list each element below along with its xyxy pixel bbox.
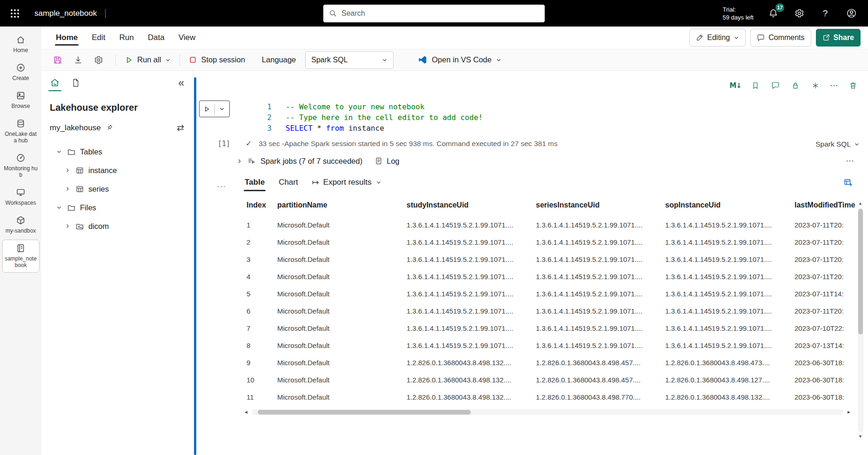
- delete-cell-button[interactable]: [848, 80, 859, 91]
- app-launcher-button[interactable]: [7, 5, 23, 22]
- horizontal-scrollbar[interactable]: ◄ ►: [243, 408, 852, 416]
- chevron-collapsed-icon[interactable]: [64, 167, 71, 173]
- column-header[interactable]: partitionName: [277, 194, 407, 216]
- vertical-scroll-thumb[interactable]: [858, 209, 863, 335]
- table-row[interactable]: 8Microsoft.Default1.3.6.1.4.1.14519.5.2.…: [243, 337, 868, 354]
- code-line[interactable]: 2-- Type here in the cell editor to add …: [259, 112, 868, 123]
- column-header[interactable]: Index: [243, 194, 277, 216]
- share-button[interactable]: Share: [816, 29, 861, 47]
- cell-more-options-button[interactable]: ⋯: [830, 80, 839, 91]
- cell-language-selector[interactable]: Spark SQL: [815, 140, 860, 148]
- save-as-table-button[interactable]: [843, 178, 853, 187]
- search-input[interactable]: [341, 9, 539, 18]
- language-dropdown[interactable]: Spark SQL: [305, 51, 394, 69]
- freeze-cell-button[interactable]: [810, 80, 821, 91]
- tree-node-dicom[interactable]: dicom: [41, 217, 193, 235]
- output-tab-chart[interactable]: Chart: [279, 171, 298, 194]
- run-cell-button[interactable]: [199, 100, 230, 117]
- table-row[interactable]: 5Microsoft.Default1.3.6.1.4.1.14519.5.2.…: [243, 285, 868, 302]
- horizontal-scroll-track[interactable]: [252, 409, 843, 415]
- notifications-button[interactable]: 17: [767, 7, 780, 20]
- rail-item-browse[interactable]: Browse: [2, 87, 40, 114]
- lock-cell-button[interactable]: [790, 80, 801, 91]
- scroll-down-arrow[interactable]: ▼: [858, 434, 862, 439]
- code-line[interactable]: 3SELECT * from instance: [259, 123, 868, 134]
- export-notebook-button[interactable]: [70, 52, 86, 68]
- table-row[interactable]: 10Microsoft.Default1.2.826.0.1.3680043.8…: [243, 371, 868, 388]
- chevron-expanded-icon[interactable]: [55, 149, 63, 154]
- tree-node-files[interactable]: Files: [41, 198, 193, 217]
- table-row[interactable]: 4Microsoft.Default1.3.6.1.4.1.14519.5.2.…: [243, 268, 868, 285]
- vertical-scroll-track[interactable]: [858, 207, 863, 432]
- rail-item-home[interactable]: Home: [2, 31, 40, 58]
- open-in-vscode-button[interactable]: Open in VS Code: [418, 55, 501, 65]
- notebook-cell: M↓: [194, 77, 868, 455]
- menu-tab-run[interactable]: Run: [113, 27, 141, 49]
- vertical-scrollbar[interactable]: ▲ ▼: [857, 201, 864, 439]
- pin-icon[interactable]: [106, 124, 113, 132]
- rail-item-sample-notebook[interactable]: sample_notebook: [2, 240, 40, 273]
- spark-jobs-toggle[interactable]: Spark jobs (7 of 7 succeeded): [236, 157, 362, 166]
- table-row[interactable]: 1Microsoft.Default1.3.6.1.4.1.14519.5.2.…: [243, 216, 868, 234]
- scroll-left-arrow[interactable]: ◄: [243, 409, 249, 415]
- global-search[interactable]: [323, 5, 545, 22]
- rail-item-my-sandbox[interactable]: my-sandbox: [2, 212, 40, 238]
- run-cell-options[interactable]: [215, 101, 230, 117]
- rail-item-monitoring-hub[interactable]: Monitoring hub: [2, 149, 40, 182]
- help-button[interactable]: ?: [819, 7, 832, 20]
- menu-tab-home[interactable]: Home: [49, 27, 85, 49]
- table-row[interactable]: 9Microsoft.Default1.2.826.0.1.3680043.8.…: [243, 354, 868, 371]
- table-cell: 7: [243, 320, 277, 337]
- rail-item-create[interactable]: Create: [2, 59, 40, 86]
- log-button[interactable]: Log: [374, 157, 400, 166]
- column-header[interactable]: studyInstanceUid: [407, 194, 536, 216]
- table-cell: 1.3.6.1.4.1.14519.5.2.1.99.1071....: [665, 216, 795, 234]
- explorer-tab-lakehouse[interactable]: [50, 71, 60, 95]
- table-cell: Microsoft.Default: [277, 354, 407, 371]
- chevron-collapsed-icon[interactable]: [64, 223, 71, 229]
- convert-to-markdown-button[interactable]: M↓: [730, 80, 741, 91]
- code-editor[interactable]: 1-- Welcome to your new notebook2-- Type…: [259, 101, 868, 134]
- scroll-up-arrow[interactable]: ▲: [858, 201, 862, 206]
- table-row[interactable]: 6Microsoft.Default1.3.6.1.4.1.14519.5.2.…: [243, 302, 868, 320]
- tree-node-instance[interactable]: instance: [41, 161, 193, 180]
- lakehouse-item[interactable]: my_lakehouse ⇄: [41, 114, 193, 137]
- table-row[interactable]: 3Microsoft.Default1.3.6.1.4.1.14519.5.2.…: [243, 251, 868, 268]
- save-button[interactable]: [50, 52, 66, 68]
- column-header[interactable]: sopInstanceUid: [665, 194, 795, 216]
- rail-item-workspaces[interactable]: Workspaces: [2, 184, 40, 210]
- stop-session-button[interactable]: Stop session: [189, 55, 245, 64]
- output-more-options-button[interactable]: ⋯: [846, 156, 868, 166]
- code-line[interactable]: 1-- Welcome to your new notebook: [259, 101, 868, 112]
- editing-mode-button[interactable]: Editing: [689, 29, 746, 47]
- export-results-button[interactable]: ↦ Export results: [312, 177, 381, 187]
- switch-lakehouse-icon[interactable]: ⇄: [177, 122, 184, 133]
- run-all-button[interactable]: Run all: [125, 55, 171, 64]
- notebook-title[interactable]: sample_notebook: [34, 9, 97, 18]
- table-row[interactable]: 7Microsoft.Default1.3.6.1.4.1.14519.5.2.…: [243, 320, 868, 337]
- bookmark-cell-button[interactable]: [750, 80, 761, 91]
- table-row[interactable]: 2Microsoft.Default1.3.6.1.4.1.14519.5.2.…: [243, 234, 868, 251]
- cell-comment-button[interactable]: [770, 80, 781, 91]
- table-row[interactable]: 11Microsoft.Default1.2.826.0.1.3680043.8…: [243, 388, 868, 406]
- rail-item-onelake-data-hub[interactable]: OneLake data hub: [2, 115, 40, 148]
- column-header[interactable]: seriesInstanceUid: [536, 194, 665, 216]
- horizontal-scroll-thumb[interactable]: [258, 410, 471, 415]
- output-tab-table[interactable]: Table: [245, 171, 265, 194]
- tree-node-series[interactable]: series: [41, 180, 193, 198]
- menu-tab-edit[interactable]: Edit: [85, 27, 112, 49]
- comments-button[interactable]: Comments: [750, 29, 811, 47]
- run-cell-play[interactable]: [200, 101, 214, 117]
- explorer-tab-resources[interactable]: [71, 71, 80, 95]
- account-button[interactable]: [845, 7, 858, 20]
- chevron-expanded-icon[interactable]: [55, 205, 63, 210]
- output-gutter-options-button[interactable]: ···: [217, 182, 226, 191]
- scroll-right-arrow[interactable]: ►: [846, 409, 852, 415]
- settings-button[interactable]: [793, 7, 806, 20]
- notebook-settings-button[interactable]: [91, 52, 107, 68]
- menu-tab-view[interactable]: View: [172, 27, 203, 49]
- menu-tab-data[interactable]: Data: [141, 27, 172, 49]
- chevron-collapsed-icon[interactable]: [64, 186, 71, 192]
- collapse-panel-button[interactable]: «: [178, 78, 184, 88]
- tree-node-tables[interactable]: Tables: [41, 142, 193, 161]
